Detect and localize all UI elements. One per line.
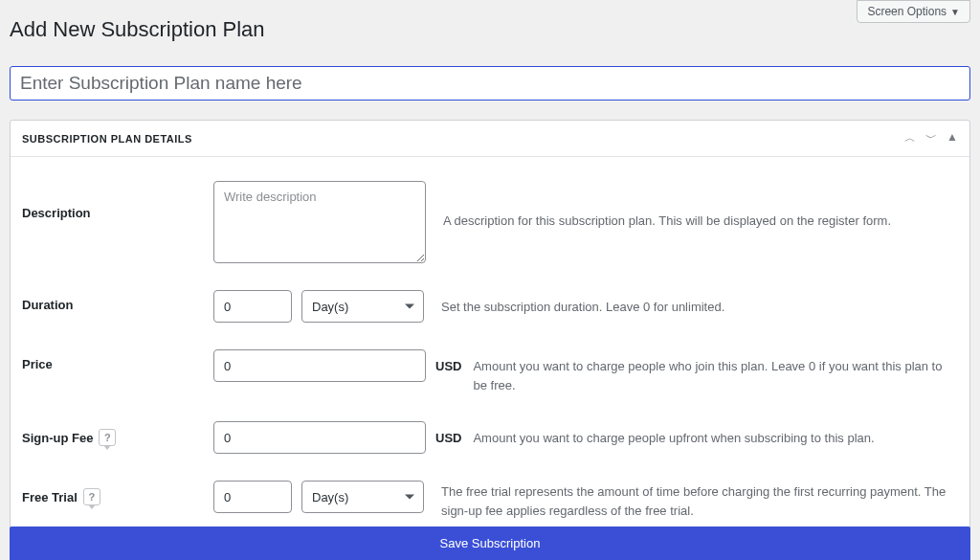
details-panel: SUBSCRIPTION PLAN DETAILS ︿ ﹀ ▲ Descript… <box>10 120 970 554</box>
row-price: Price USD Amount you want to charge peop… <box>22 349 958 394</box>
duration-input[interactable] <box>213 290 292 323</box>
help-description: A description for this subscription plan… <box>426 181 958 231</box>
label-duration: Duration <box>22 290 213 312</box>
chevron-down-icon: ▼ <box>950 7 960 17</box>
description-textarea[interactable] <box>213 181 426 263</box>
help-free-trial: The free trial represents the amount of … <box>424 481 958 520</box>
caret-up-icon[interactable]: ▲ <box>947 130 958 146</box>
label-signup-fee: Sign-up Fee ? <box>22 421 213 446</box>
help-price: Amount you want to charge people who joi… <box>467 349 958 394</box>
price-input[interactable] <box>213 349 426 382</box>
chevron-down-icon[interactable]: ﹀ <box>925 130 937 146</box>
duration-unit-select[interactable]: Day(s) <box>301 290 424 323</box>
page-title: Add New Subscription Plan <box>10 17 265 42</box>
panel-header: SUBSCRIPTION PLAN DETAILS ︿ ﹀ ▲ <box>11 121 969 157</box>
label-price: Price <box>22 349 213 371</box>
save-subscription-button[interactable]: Save Subscription <box>10 526 970 560</box>
row-free-trial: Free Trial ? Day(s) The free trial repre… <box>22 481 958 520</box>
signup-fee-currency: USD <box>435 431 461 445</box>
price-currency: USD <box>435 359 461 373</box>
panel-heading: SUBSCRIPTION PLAN DETAILS <box>22 133 192 145</box>
signup-fee-input[interactable] <box>213 421 426 454</box>
row-description: Description A description for this subsc… <box>22 181 958 263</box>
row-duration: Duration Day(s) Set the subscription dur… <box>22 290 958 323</box>
chevron-up-icon[interactable]: ︿ <box>904 130 916 146</box>
row-signup-fee: Sign-up Fee ? USD Amount you want to cha… <box>22 421 958 454</box>
help-icon[interactable]: ? <box>83 488 100 505</box>
screen-options-button[interactable]: Screen Options ▼ <box>857 0 970 23</box>
help-signup-fee: Amount you want to charge people upfront… <box>467 421 958 448</box>
screen-options-label: Screen Options <box>867 5 947 18</box>
help-duration: Set the subscription duration. Leave 0 f… <box>424 290 958 317</box>
free-trial-unit-select[interactable]: Day(s) <box>301 481 424 513</box>
label-free-trial: Free Trial ? <box>22 481 213 505</box>
plan-name-input[interactable] <box>10 66 970 101</box>
free-trial-input[interactable] <box>213 481 292 513</box>
help-icon[interactable]: ? <box>99 429 116 446</box>
label-description: Description <box>22 181 213 220</box>
